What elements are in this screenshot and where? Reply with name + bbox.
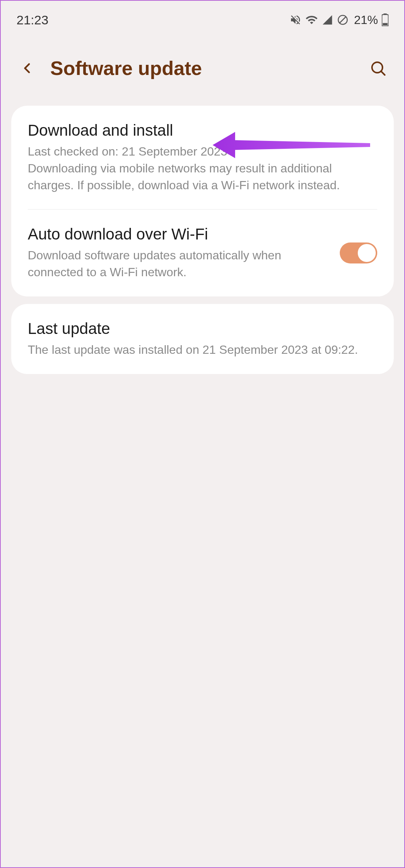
toggle-knob	[358, 244, 376, 262]
auto-download-title: Auto download over Wi-Fi	[28, 225, 328, 243]
svg-rect-1	[384, 13, 387, 15]
download-install-item[interactable]: Download and install Last checked on: 21…	[11, 106, 394, 209]
mute-icon	[290, 14, 302, 26]
status-time: 21:23	[16, 13, 48, 27]
back-button[interactable]	[16, 57, 38, 79]
search-icon	[369, 59, 387, 77]
svg-rect-2	[383, 23, 388, 25]
last-update-subtitle: The last update was installed on 21 Sept…	[28, 341, 377, 358]
status-bar: 21:23 21%	[1, 1, 404, 34]
search-button[interactable]	[367, 57, 389, 79]
svg-line-4	[381, 71, 385, 75]
auto-download-toggle[interactable]	[340, 242, 377, 263]
chevron-left-icon	[19, 60, 35, 76]
page-header: Software update	[1, 34, 404, 98]
page-title: Software update	[50, 57, 355, 79]
wifi-icon	[305, 13, 318, 26]
auto-download-item[interactable]: Auto download over Wi-Fi Download softwa…	[11, 210, 394, 296]
settings-card-1: Download and install Last checked on: 21…	[11, 106, 394, 296]
auto-download-subtitle: Download software updates automatically …	[28, 247, 328, 281]
battery-percent: 21%	[354, 13, 378, 27]
last-update-item[interactable]: Last update The last update was installe…	[11, 304, 394, 374]
signal-icon	[322, 14, 333, 25]
last-update-title: Last update	[28, 320, 377, 338]
download-install-subtitle: Last checked on: 21 September 2023 Downl…	[28, 143, 377, 193]
settings-card-2: Last update The last update was installe…	[11, 304, 394, 374]
battery-icon	[382, 13, 388, 26]
status-icons: 21%	[290, 13, 388, 27]
download-install-title: Download and install	[28, 121, 377, 139]
no-entry-icon	[337, 14, 349, 26]
